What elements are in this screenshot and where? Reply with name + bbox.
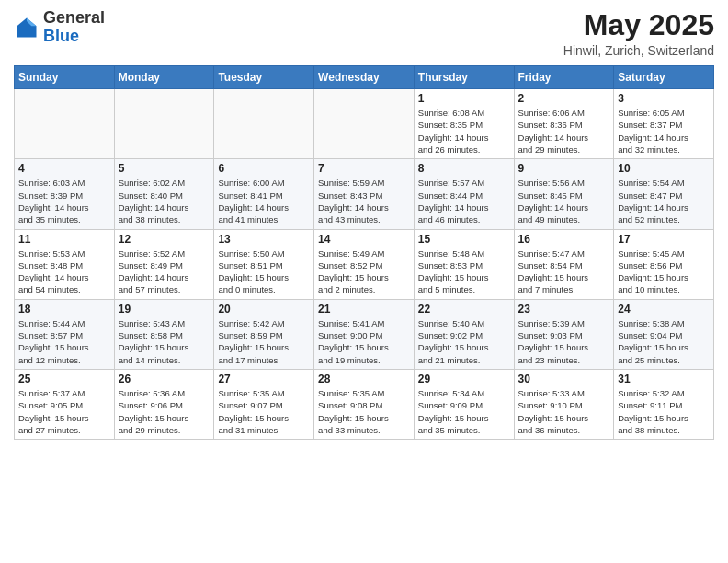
header: General Blue May 2025 Hinwil, Zurich, Sw… (14, 9, 714, 58)
col-header-thursday: Thursday (414, 66, 514, 89)
day-number: 4 (18, 162, 110, 175)
col-header-saturday: Saturday (614, 66, 714, 89)
logo-text: General Blue (43, 9, 105, 46)
calendar-table: SundayMondayTuesdayWednesdayThursdayFrid… (14, 65, 714, 440)
calendar-cell (214, 89, 314, 159)
day-number: 29 (418, 373, 510, 385)
day-number: 9 (518, 162, 610, 175)
calendar-cell: 1Sunrise: 6:08 AM Sunset: 8:35 PM Daylig… (414, 89, 514, 159)
day-info: Sunrise: 5:33 AM Sunset: 9:10 PM Dayligh… (518, 387, 610, 436)
day-number: 11 (18, 233, 110, 246)
day-info: Sunrise: 5:39 AM Sunset: 9:03 PM Dayligh… (518, 317, 610, 366)
logo-general-text: General (43, 8, 105, 27)
day-info: Sunrise: 5:40 AM Sunset: 9:02 PM Dayligh… (418, 317, 510, 366)
day-number: 25 (18, 373, 110, 385)
day-info: Sunrise: 6:02 AM Sunset: 8:40 PM Dayligh… (119, 177, 210, 225)
day-info: Sunrise: 5:52 AM Sunset: 8:49 PM Dayligh… (119, 247, 210, 296)
calendar-cell: 6Sunrise: 6:00 AM Sunset: 8:41 PM Daylig… (214, 159, 314, 229)
calendar-cell: 10Sunrise: 5:54 AM Sunset: 8:47 PM Dayli… (614, 159, 714, 229)
calendar-cell: 18Sunrise: 5:44 AM Sunset: 8:57 PM Dayli… (15, 299, 115, 369)
day-info: Sunrise: 5:59 AM Sunset: 8:43 PM Dayligh… (318, 177, 410, 225)
day-info: Sunrise: 5:37 AM Sunset: 9:05 PM Dayligh… (18, 387, 110, 436)
day-info: Sunrise: 5:48 AM Sunset: 8:53 PM Dayligh… (418, 247, 510, 296)
calendar-cell: 20Sunrise: 5:42 AM Sunset: 8:59 PM Dayli… (214, 299, 314, 369)
calendar-cell: 13Sunrise: 5:50 AM Sunset: 8:51 PM Dayli… (214, 229, 314, 299)
day-number: 2 (518, 92, 610, 105)
day-number: 28 (318, 373, 410, 385)
calendar-cell: 5Sunrise: 6:02 AM Sunset: 8:40 PM Daylig… (114, 159, 214, 229)
day-number: 23 (518, 303, 610, 316)
calendar-cell (114, 89, 214, 159)
day-info: Sunrise: 5:34 AM Sunset: 9:09 PM Dayligh… (418, 387, 510, 436)
day-number: 20 (218, 303, 310, 316)
calendar-cell: 31Sunrise: 5:32 AM Sunset: 9:11 PM Dayli… (614, 369, 714, 439)
day-info: Sunrise: 5:35 AM Sunset: 9:08 PM Dayligh… (318, 387, 410, 436)
col-header-sunday: Sunday (15, 66, 115, 89)
day-info: Sunrise: 6:00 AM Sunset: 8:41 PM Dayligh… (218, 177, 310, 225)
calendar-cell: 17Sunrise: 5:45 AM Sunset: 8:56 PM Dayli… (614, 229, 714, 299)
day-number: 8 (418, 162, 510, 175)
calendar-cell: 9Sunrise: 5:56 AM Sunset: 8:45 PM Daylig… (514, 159, 614, 229)
day-info: Sunrise: 5:32 AM Sunset: 9:11 PM Dayligh… (618, 387, 710, 436)
calendar-cell: 26Sunrise: 5:36 AM Sunset: 9:06 PM Dayli… (114, 369, 214, 439)
calendar-week-row: 1Sunrise: 6:08 AM Sunset: 8:35 PM Daylig… (15, 89, 714, 159)
day-number: 31 (618, 373, 710, 385)
day-info: Sunrise: 6:08 AM Sunset: 8:35 PM Dayligh… (418, 107, 510, 155)
day-number: 5 (119, 162, 210, 175)
calendar-cell: 2Sunrise: 6:06 AM Sunset: 8:36 PM Daylig… (514, 89, 614, 159)
day-info: Sunrise: 5:50 AM Sunset: 8:51 PM Dayligh… (218, 247, 310, 296)
calendar-cell: 30Sunrise: 5:33 AM Sunset: 9:10 PM Dayli… (514, 369, 614, 439)
calendar-cell: 3Sunrise: 6:05 AM Sunset: 8:37 PM Daylig… (614, 89, 714, 159)
calendar-cell: 28Sunrise: 5:35 AM Sunset: 9:08 PM Dayli… (314, 369, 415, 439)
calendar-cell: 25Sunrise: 5:37 AM Sunset: 9:05 PM Dayli… (15, 369, 115, 439)
day-info: Sunrise: 5:54 AM Sunset: 8:47 PM Dayligh… (618, 177, 710, 225)
calendar-cell: 27Sunrise: 5:35 AM Sunset: 9:07 PM Dayli… (214, 369, 314, 439)
day-number: 26 (119, 373, 210, 385)
day-number: 21 (318, 303, 410, 316)
calendar-cell (15, 89, 115, 159)
page: General Blue May 2025 Hinwil, Zurich, Sw… (0, 0, 728, 454)
day-info: Sunrise: 6:05 AM Sunset: 8:37 PM Dayligh… (618, 107, 710, 155)
calendar-header-row: SundayMondayTuesdayWednesdayThursdayFrid… (15, 66, 714, 89)
calendar-week-row: 18Sunrise: 5:44 AM Sunset: 8:57 PM Dayli… (15, 299, 714, 369)
day-info: Sunrise: 6:06 AM Sunset: 8:36 PM Dayligh… (518, 107, 610, 155)
calendar-cell: 8Sunrise: 5:57 AM Sunset: 8:44 PM Daylig… (414, 159, 514, 229)
calendar-cell: 23Sunrise: 5:39 AM Sunset: 9:03 PM Dayli… (514, 299, 614, 369)
day-number: 17 (618, 233, 710, 246)
day-info: Sunrise: 5:47 AM Sunset: 8:54 PM Dayligh… (518, 247, 610, 296)
calendar-cell: 15Sunrise: 5:48 AM Sunset: 8:53 PM Dayli… (414, 229, 514, 299)
day-number: 14 (318, 233, 410, 246)
logo-icon (14, 15, 40, 40)
day-number: 15 (418, 233, 510, 246)
day-info: Sunrise: 5:38 AM Sunset: 9:04 PM Dayligh… (618, 317, 710, 366)
calendar-cell: 29Sunrise: 5:34 AM Sunset: 9:09 PM Dayli… (414, 369, 514, 439)
logo: General Blue (14, 9, 105, 46)
calendar-cell: 19Sunrise: 5:43 AM Sunset: 8:58 PM Dayli… (114, 299, 214, 369)
day-info: Sunrise: 5:57 AM Sunset: 8:44 PM Dayligh… (418, 177, 510, 225)
day-number: 1 (418, 92, 510, 105)
calendar-cell: 7Sunrise: 5:59 AM Sunset: 8:43 PM Daylig… (314, 159, 415, 229)
day-info: Sunrise: 5:45 AM Sunset: 8:56 PM Dayligh… (618, 247, 710, 296)
day-number: 3 (618, 92, 710, 105)
day-info: Sunrise: 5:36 AM Sunset: 9:06 PM Dayligh… (119, 387, 210, 436)
calendar-cell: 11Sunrise: 5:53 AM Sunset: 8:48 PM Dayli… (15, 229, 115, 299)
day-number: 18 (18, 303, 110, 316)
day-number: 13 (218, 233, 310, 246)
day-info: Sunrise: 5:53 AM Sunset: 8:48 PM Dayligh… (18, 247, 110, 296)
day-number: 12 (119, 233, 210, 246)
calendar-week-row: 11Sunrise: 5:53 AM Sunset: 8:48 PM Dayli… (15, 229, 714, 299)
calendar-cell: 24Sunrise: 5:38 AM Sunset: 9:04 PM Dayli… (614, 299, 714, 369)
calendar-cell (314, 89, 415, 159)
day-number: 27 (218, 373, 310, 385)
day-info: Sunrise: 6:03 AM Sunset: 8:39 PM Dayligh… (18, 177, 110, 225)
title-block: May 2025 Hinwil, Zurich, Switzerland (563, 9, 714, 58)
calendar-cell: 14Sunrise: 5:49 AM Sunset: 8:52 PM Dayli… (314, 229, 415, 299)
calendar-cell: 21Sunrise: 5:41 AM Sunset: 9:00 PM Dayli… (314, 299, 415, 369)
calendar-cell: 22Sunrise: 5:40 AM Sunset: 9:02 PM Dayli… (414, 299, 514, 369)
day-info: Sunrise: 5:42 AM Sunset: 8:59 PM Dayligh… (218, 317, 310, 366)
col-header-tuesday: Tuesday (214, 66, 314, 89)
day-number: 22 (418, 303, 510, 316)
month-title: May 2025 (563, 9, 714, 41)
calendar-week-row: 25Sunrise: 5:37 AM Sunset: 9:05 PM Dayli… (15, 369, 714, 439)
day-number: 24 (618, 303, 710, 316)
